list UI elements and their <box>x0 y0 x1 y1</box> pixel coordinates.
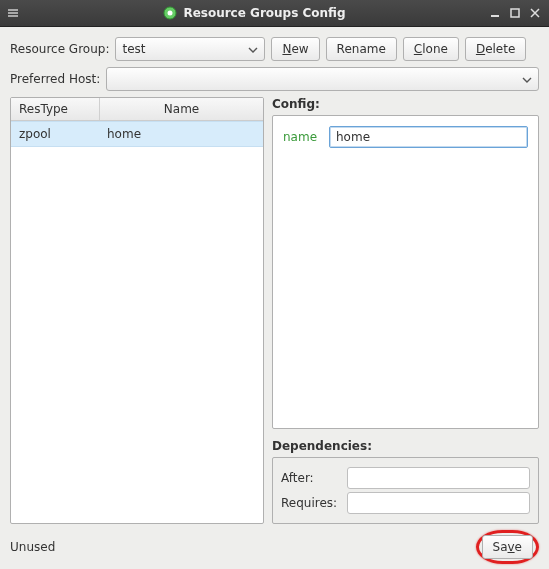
resources-table[interactable]: ResType Name zpool home <box>10 97 264 524</box>
status-text: Unused <box>10 540 55 554</box>
requires-label: Requires: <box>281 496 341 510</box>
config-name-input[interactable] <box>329 126 528 148</box>
window-title: Resource Groups Config <box>183 6 345 20</box>
requires-input[interactable] <box>347 492 530 514</box>
chevron-down-icon <box>248 42 258 56</box>
cell-restype: zpool <box>11 127 99 141</box>
table-row[interactable]: zpool home <box>11 121 263 147</box>
after-label: After: <box>281 471 341 485</box>
config-section-label: Config: <box>272 97 539 111</box>
preferred-host-combo[interactable] <box>106 67 539 91</box>
preferred-host-label: Preferred Host: <box>10 72 100 86</box>
svg-rect-2 <box>511 9 519 17</box>
chevron-down-icon <box>522 72 532 86</box>
window-menu-icon[interactable] <box>6 6 20 20</box>
resource-group-value: test <box>122 42 145 56</box>
config-name-label: name <box>283 130 321 144</box>
dependencies-section-label: Dependencies: <box>272 439 539 453</box>
save-button[interactable]: Save <box>482 535 533 559</box>
column-header-name[interactable]: Name <box>100 98 263 120</box>
cell-name: home <box>99 127 149 141</box>
rename-button[interactable]: Rename <box>326 37 397 61</box>
new-button[interactable]: New <box>271 37 319 61</box>
close-button[interactable] <box>527 5 543 21</box>
config-panel: name <box>272 115 539 429</box>
resource-group-combo[interactable]: test <box>115 37 265 61</box>
maximize-button[interactable] <box>507 5 523 21</box>
svg-point-1 <box>168 11 173 16</box>
after-input[interactable] <box>347 467 530 489</box>
column-header-restype[interactable]: ResType <box>11 98 100 120</box>
app-icon <box>163 6 177 20</box>
delete-button[interactable]: Delete <box>465 37 526 61</box>
dependencies-panel: After: Requires: <box>272 457 539 524</box>
clone-button[interactable]: Clone <box>403 37 459 61</box>
minimize-button[interactable] <box>487 5 503 21</box>
highlight-ring: Save <box>476 530 539 564</box>
resource-group-label: Resource Group: <box>10 42 109 56</box>
titlebar: Resource Groups Config <box>0 0 549 27</box>
